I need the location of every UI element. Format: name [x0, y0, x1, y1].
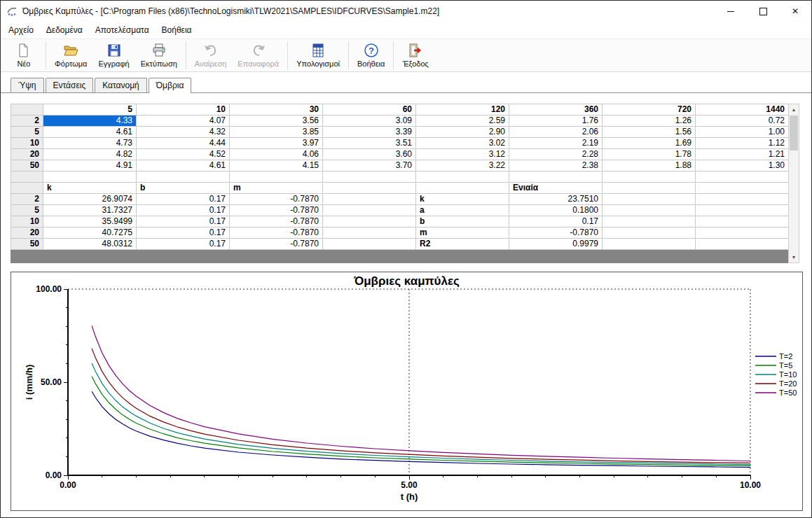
grid-cell[interactable]: 2.06 — [509, 127, 603, 138]
grid-cell[interactable] — [696, 172, 789, 183]
grid-cell[interactable] — [416, 172, 509, 183]
menu-results[interactable]: Αποτελέσματα — [89, 25, 156, 35]
grid-cell[interactable]: 2.38 — [509, 160, 603, 172]
grid-cell[interactable]: b — [137, 183, 230, 194]
grid-cell[interactable]: 2.90 — [416, 127, 509, 138]
grid-cell[interactable]: 3.97 — [230, 138, 323, 149]
grid-cell[interactable]: 3.12 — [416, 149, 509, 160]
grid-cell[interactable] — [603, 227, 696, 239]
grid-cell[interactable]: 4.15 — [230, 160, 323, 172]
grid-cell[interactable]: 4.06 — [230, 149, 323, 160]
grid-cell[interactable] — [603, 239, 696, 250]
grid-cell[interactable]: 0.17 — [137, 227, 230, 239]
grid-cell[interactable] — [416, 183, 509, 194]
grid-cell[interactable]: 40.7275 — [43, 227, 137, 239]
grid-cell[interactable]: -0.7870 — [230, 194, 323, 205]
grid-cell[interactable]: a — [416, 205, 509, 216]
grid-cell[interactable]: 4.44 — [137, 138, 230, 149]
grid-cell[interactable]: 4.91 — [43, 160, 137, 172]
grid-cell[interactable]: Ενιαία — [509, 183, 603, 194]
grid-cell[interactable]: 1.30 — [696, 160, 789, 172]
exit-button[interactable]: Έξοδος — [397, 40, 434, 71]
grid-cell[interactable]: 1.56 — [603, 127, 696, 138]
grid-cell[interactable]: 4.07 — [137, 115, 230, 127]
grid-cell[interactable] — [603, 172, 696, 183]
grid-cell[interactable] — [323, 183, 416, 194]
grid-cell[interactable]: m — [416, 227, 509, 239]
grid-cell[interactable]: -0.7870 — [230, 216, 323, 227]
menu-file[interactable]: Αρχείο — [2, 25, 40, 35]
grid-cell[interactable]: 3.85 — [230, 127, 323, 138]
menu-help[interactable]: Βοήθεια — [156, 25, 198, 35]
grid-cell[interactable]: 35.9499 — [43, 216, 137, 227]
tab-distribution[interactable]: Κατανομή — [95, 78, 147, 92]
grid-cell[interactable] — [696, 227, 789, 239]
grid-cell[interactable] — [323, 172, 416, 183]
grid-cell[interactable]: 1.69 — [603, 138, 696, 149]
grid-cell[interactable]: 2.28 — [509, 149, 603, 160]
grid-cell[interactable] — [696, 183, 789, 194]
maximize-button[interactable] — [747, 1, 779, 22]
tab-intensities[interactable]: Εντάσεις — [46, 78, 94, 92]
grid-cell[interactable]: 3.39 — [323, 127, 416, 138]
close-button[interactable]: ✕ — [779, 1, 811, 22]
grid-cell[interactable] — [323, 205, 416, 216]
grid-cell[interactable] — [43, 172, 137, 183]
help-button[interactable]: ?Βοήθεια — [352, 40, 390, 71]
grid-cell[interactable]: 1.78 — [603, 149, 696, 160]
grid-cell[interactable]: 3.60 — [323, 149, 416, 160]
grid-cell[interactable]: 3.02 — [416, 138, 509, 149]
grid-cell[interactable]: 48.0312 — [43, 239, 137, 250]
grid-cell[interactable]: 26.9074 — [43, 194, 137, 205]
grid-cell[interactable]: 0.1800 — [509, 205, 603, 216]
grid-cell[interactable]: -0.7870 — [230, 239, 323, 250]
grid-cell[interactable] — [603, 194, 696, 205]
grid-cell[interactable]: 4.61 — [43, 127, 137, 138]
new-document-button[interactable]: Νέο — [5, 40, 43, 71]
grid-cell[interactable]: 0.72 — [696, 115, 789, 127]
grid-cell[interactable] — [509, 172, 603, 183]
grid-cell[interactable] — [323, 227, 416, 239]
grid-cell[interactable]: 1.76 — [509, 115, 603, 127]
open-folder-button[interactable]: Φόρτωμα — [49, 40, 92, 71]
grid-cell[interactable]: 1.26 — [603, 115, 696, 127]
calculator-button[interactable]: Υπολογισμοί — [291, 40, 345, 71]
grid-cell[interactable]: k — [43, 183, 137, 194]
grid-selected-cell[interactable]: 4.33 — [43, 115, 137, 127]
grid-cell[interactable]: 0.17 — [137, 216, 230, 227]
grid-cell[interactable]: 4.32 — [137, 127, 230, 138]
grid-cell[interactable]: 2.19 — [509, 138, 603, 149]
grid-cell[interactable]: -0.7870 — [509, 227, 603, 239]
grid-cell[interactable]: -0.7870 — [230, 205, 323, 216]
tab-rainfall[interactable]: Όμβρια — [149, 78, 192, 93]
grid-cell[interactable]: 0.17 — [137, 194, 230, 205]
grid-cell[interactable]: R2 — [416, 239, 509, 250]
grid-cell[interactable]: 3.22 — [416, 160, 509, 172]
grid-cell[interactable] — [323, 239, 416, 250]
grid-cell[interactable]: 2.59 — [416, 115, 509, 127]
grid-cell[interactable]: 4.73 — [43, 138, 137, 149]
grid-cell[interactable] — [603, 216, 696, 227]
grid-cell[interactable]: 31.7327 — [43, 205, 137, 216]
grid-cell[interactable]: 4.61 — [137, 160, 230, 172]
grid-cell[interactable]: 1.00 — [696, 127, 789, 138]
grid-cell[interactable]: -0.7870 — [230, 227, 323, 239]
grid-cell[interactable]: 1.12 — [696, 138, 789, 149]
grid-cell[interactable] — [696, 239, 789, 250]
grid-cell[interactable]: 3.09 — [323, 115, 416, 127]
scroll-down-button[interactable]: ▼ — [789, 252, 799, 262]
scroll-up-button[interactable]: ▲ — [789, 104, 799, 115]
menu-data[interactable]: Δεδομένα — [40, 25, 89, 35]
grid-cell[interactable] — [603, 183, 696, 194]
grid-cell[interactable] — [696, 216, 789, 227]
grid-cell[interactable]: 3.51 — [323, 138, 416, 149]
grid-cell[interactable] — [137, 172, 230, 183]
grid-cell[interactable] — [323, 216, 416, 227]
grid-cell[interactable] — [696, 194, 789, 205]
grid-cell[interactable]: k — [416, 194, 509, 205]
grid-cell[interactable]: 0.17 — [137, 205, 230, 216]
grid-cell[interactable]: 0.17 — [509, 216, 603, 227]
grid-cell[interactable]: 23.7510 — [509, 194, 603, 205]
grid-cell[interactable] — [323, 194, 416, 205]
grid-cell[interactable]: m — [230, 183, 323, 194]
